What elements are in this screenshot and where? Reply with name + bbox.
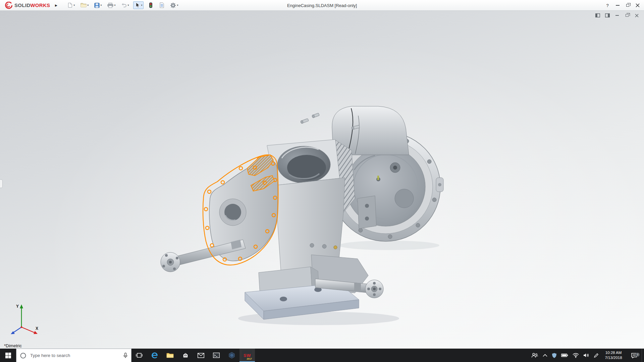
ds-swoosh-icon	[4, 2, 13, 9]
dropdown-caret-icon[interactable]: ▾	[127, 4, 129, 7]
menu-flyout-button[interactable]: ▶	[53, 2, 59, 9]
hexagon-app-icon	[228, 352, 235, 359]
rebuild-stoplight-icon	[148, 2, 154, 8]
graphics-area[interactable]: Y X *Dimetric	[0, 11, 644, 349]
doc-minimize-button[interactable]	[614, 13, 620, 18]
task-view-icon	[136, 353, 143, 358]
task-view-button[interactable]	[131, 349, 147, 362]
network-button[interactable]	[573, 353, 579, 358]
doc-restore-icon	[626, 14, 629, 17]
save-floppy-icon	[94, 3, 100, 8]
taskbar-solidworks-button[interactable]: SW 2017	[239, 349, 255, 362]
flyout-arrow-icon: ▶	[55, 4, 57, 7]
pane-toggle-left-button[interactable]	[595, 13, 600, 18]
pen-settings-button[interactable]	[594, 353, 599, 358]
clock-time: 10:28 AM	[603, 350, 624, 355]
pane-toggle-right-button[interactable]	[605, 13, 610, 18]
split-pane-right-icon	[605, 13, 610, 17]
chevron-up-icon	[543, 354, 547, 357]
file-explorer-icon	[166, 352, 174, 358]
select-tool-button[interactable]: ▾	[133, 1, 144, 9]
battery-icon	[561, 353, 568, 357]
action-center-button[interactable]: 2	[628, 353, 640, 358]
new-document-button[interactable]: ▾	[66, 1, 76, 9]
notification-badge: 2	[636, 353, 640, 357]
save-button[interactable]: ▾	[93, 2, 103, 9]
solidworks-letters: SW	[244, 353, 251, 358]
print-button[interactable]: ▾	[106, 2, 117, 9]
minimize-icon	[616, 5, 620, 6]
mail-button[interactable]	[193, 349, 209, 362]
solidworks-year: 2017	[247, 358, 252, 360]
dropdown-caret-icon[interactable]: ▾	[100, 4, 102, 7]
select-cursor-icon	[135, 2, 140, 8]
file-explorer-button[interactable]	[162, 349, 178, 362]
close-button[interactable]	[633, 0, 643, 11]
document-title: EngineCasing.SLDASM [Read-only]	[287, 3, 357, 8]
doc-restore-button[interactable]	[624, 13, 630, 18]
edge-button[interactable]	[147, 349, 162, 362]
taskbar-search[interactable]	[16, 349, 131, 362]
doc-close-icon	[635, 14, 639, 17]
help-button[interactable]: ?	[602, 0, 612, 11]
split-pane-left-icon	[595, 13, 600, 17]
options-button[interactable]: ▾	[169, 1, 179, 9]
search-input[interactable]	[30, 353, 120, 358]
brand-works: WORKS	[30, 2, 50, 8]
dropdown-caret-icon[interactable]: ▾	[87, 4, 89, 7]
wifi-icon	[573, 353, 579, 358]
close-icon	[636, 3, 640, 7]
battery-button[interactable]	[561, 353, 568, 357]
window-controls: ?	[602, 0, 643, 11]
solidworks-app-icon: SW 2017	[242, 350, 252, 360]
brand-solid: SOLID	[14, 2, 30, 8]
y-axis-label: Y	[16, 304, 19, 309]
pen-icon	[594, 353, 599, 358]
restore-button[interactable]	[623, 0, 633, 11]
engine-casing-model[interactable]	[0, 11, 644, 349]
print-icon	[107, 3, 113, 8]
minimize-button[interactable]	[612, 0, 623, 11]
windows-taskbar: SW 2017	[0, 349, 644, 362]
people-button[interactable]	[531, 353, 538, 358]
security-shield-icon	[552, 353, 557, 358]
windows-logo-icon	[5, 353, 11, 358]
taskbar-apps: SW 2017	[131, 349, 255, 362]
tray-overflow-button[interactable]	[543, 354, 547, 357]
document-window-controls	[595, 13, 639, 18]
rebuild-button[interactable]	[147, 1, 155, 9]
gear-icon	[170, 2, 176, 8]
terminal-window-icon	[213, 353, 220, 358]
featuremanager-flyout-handle[interactable]	[0, 179, 3, 188]
cortana-ring-icon	[20, 352, 26, 359]
open-button[interactable]: ▾	[79, 2, 90, 9]
brand-text: SOLIDWORKS	[14, 2, 50, 8]
quick-access-toolbar: ▾ ▾ ▾	[66, 1, 179, 9]
start-button[interactable]	[0, 349, 16, 362]
undo-button[interactable]: ▾	[120, 2, 130, 9]
edrawings-button[interactable]	[224, 349, 239, 362]
view-orientation-label: *Dimetric	[4, 343, 22, 348]
undo-arrow-icon	[121, 3, 127, 8]
dropdown-caret-icon[interactable]: ▾	[114, 4, 115, 7]
microphone-icon[interactable]	[123, 353, 128, 359]
open-folder-icon	[80, 3, 87, 8]
defender-button[interactable]	[552, 353, 557, 358]
new-document-icon	[67, 2, 73, 8]
dropdown-caret-icon[interactable]: ▾	[73, 4, 75, 7]
taskbar-clock[interactable]: 10:28 AM 7/13/2018	[603, 350, 624, 360]
file-properties-button[interactable]	[158, 1, 166, 9]
dropdown-caret-icon[interactable]: ▾	[141, 4, 142, 7]
show-desktop-button[interactable]	[642, 349, 644, 362]
doc-close-button[interactable]	[634, 13, 639, 18]
solidworks-logo: SOLIDWORKS	[0, 2, 50, 9]
store-button[interactable]	[178, 349, 193, 362]
speaker-icon	[583, 353, 589, 358]
dropdown-caret-icon[interactable]: ▾	[177, 4, 178, 7]
store-bag-icon	[182, 352, 189, 359]
x-axis-label: X	[36, 326, 38, 331]
terminal-button[interactable]	[209, 349, 224, 362]
y-axis-arrow	[20, 304, 23, 308]
volume-button[interactable]	[583, 353, 589, 358]
taskbar-empty-area[interactable]	[255, 349, 529, 362]
